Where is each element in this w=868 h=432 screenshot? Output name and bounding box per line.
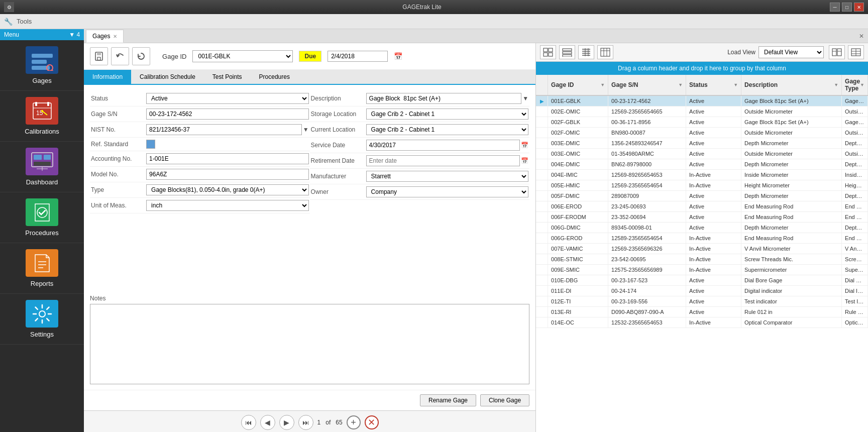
undo-button[interactable] [111,47,129,65]
action-buttons: Rename Gage Clone Gage [84,390,535,410]
col-header-gage-id[interactable]: Gage ID ▼ [548,75,608,95]
service-date-input[interactable] [366,140,520,151]
table-row[interactable]: 006G-EROD 12589-23565654654 In-Active En… [536,233,868,244]
minimize-button[interactable]: ─ [830,3,840,12]
cell-gage-sn: 12589-23565654654 [608,233,686,243]
description-input[interactable] [366,93,522,104]
sort-description[interactable]: ▼ [834,82,838,87]
sidebar-item-gages[interactable]: Gages [0,40,84,91]
sidebar-item-procedures[interactable]: Procedures [0,192,84,243]
table-row[interactable]: 014E-OC 12532-23565654653 In-Active Opti… [536,317,868,328]
nist-input[interactable] [146,124,302,135]
sidebar-item-dashboard[interactable]: Dashboard [0,142,84,192]
nist-dropdown-icon[interactable]: ▼ [303,126,309,133]
status-select[interactable]: Active [146,93,309,104]
tab-test-points[interactable]: Test Points [204,70,251,84]
table-row[interactable]: 003E-DMIC 1356-245893246547 Active Depth… [536,138,868,149]
table-row[interactable]: 007E-VAMIC 12569-23565696326 In-Active V… [536,244,868,254]
grid-view-btn-2[interactable] [559,45,575,59]
delete-record-button[interactable]: ✕ [365,415,379,429]
sidebar-item-reports[interactable]: Reports [0,243,84,294]
owner-select[interactable]: Company [366,186,529,197]
accounting-input[interactable] [146,153,309,164]
calendar-icon[interactable]: 📅 [394,52,402,60]
sort-gage-sn[interactable]: ▼ [678,82,683,87]
notes-textarea[interactable] [90,304,529,384]
table-row[interactable]: 011E-DI 00-24-174 Active Digital indicat… [536,286,868,296]
data-grid[interactable]: Gage ID ▼ Gage S/N ▼ Status ▼ Descript [536,75,868,432]
table-row[interactable]: 009E-SMIC 12575-23565656989 In-Active Su… [536,265,868,275]
table-row[interactable]: 004E-DMIC BN62-89798000 Active Depth Mic… [536,159,868,170]
content-close-icon[interactable]: ✕ [855,31,868,42]
table-row[interactable]: 004E-IMIC 12569-89265654653 In-Active In… [536,170,868,180]
row-indicator [536,106,548,117]
grid-view-btn-5[interactable] [829,45,845,59]
desc-expand-icon[interactable]: ▼ [522,95,528,102]
unit-select[interactable]: inch [146,200,309,211]
save-button[interactable] [90,47,108,65]
sidebar-item-calibrations[interactable]: 15 Calibrations [0,91,84,142]
retirement-cal-icon[interactable]: 📅 [521,157,528,164]
rename-gage-button[interactable]: Rename Gage [420,394,476,406]
service-cal-icon[interactable]: 📅 [521,142,528,149]
type-select[interactable]: Gage Blocks(81), 0.050-4.0in, grade 0(A+… [146,184,309,195]
table-row[interactable]: 010E-DBG 00-23-167-523 Active Dial Bore … [536,275,868,286]
table-row[interactable]: 005F-DMIC 289087009 Active Depth Microme… [536,191,868,201]
tab-gages[interactable]: Gages ✕ [86,30,124,43]
table-row[interactable]: 006E-EROD 23-245-00693 Active End Measur… [536,201,868,212]
table-row[interactable]: 002E-OMIC 12569-23565654665 Active Outsi… [536,106,868,117]
table-row[interactable]: 013E-RI D090-ABQ897-090-A Active Rule 01… [536,307,868,317]
table-row[interactable]: 005E-HMIC 12569-23565654654 In-Active He… [536,180,868,191]
table-row[interactable]: 006F-ERODM 23-352-00694 Active End Measu… [536,212,868,223]
model-input[interactable] [146,169,309,180]
maximize-button[interactable]: □ [842,3,852,12]
table-row[interactable]: 002F-GBLK 00-36-171-8956 Active Gage Blo… [536,117,868,128]
current-location-select[interactable]: Gage Crib 2 - Cabinet 1 [366,124,529,135]
tab-calibration-schedule[interactable]: Calibration Schedule [131,70,204,84]
load-view-select[interactable]: Default View [758,46,824,58]
cell-gage-id: 002F-OMIC [548,128,608,138]
due-date-input[interactable] [328,51,388,62]
table-row[interactable]: 006G-DMIC 89345-00098-01 Active Depth Mi… [536,223,868,233]
tab-information[interactable]: Information [84,70,131,84]
sort-gage-type[interactable]: ▼ [860,82,864,87]
refresh-button[interactable] [132,47,150,65]
close-button[interactable]: ✕ [854,3,864,12]
ref-standard-checkbox[interactable] [146,140,155,149]
grid-view-btn-4[interactable] [597,45,613,59]
table-row[interactable]: 008E-STMIC 23-542-00695 In-Active Screw … [536,254,868,265]
grid-view-btn-1[interactable] [540,45,556,59]
cell-gage-id: 005E-HMIC [548,180,608,190]
last-record-button[interactable]: ⏭ [298,415,313,430]
table-row[interactable]: 003E-OMIC 01-354980ARMC Active Outside M… [536,149,868,159]
sort-status[interactable]: ▼ [733,82,738,87]
add-record-button[interactable]: + [347,415,361,429]
sort-gage-id[interactable]: ▼ [600,82,605,87]
prev-record-button[interactable]: ◀ [260,415,275,430]
storage-select[interactable]: Gage Crib 2 - Cabinet 1 [366,109,529,120]
svg-rect-28 [544,53,548,56]
tab-close-icon[interactable]: ✕ [113,34,117,39]
table-row[interactable]: 002F-OMIC BN980-00087 Active Outside Mic… [536,128,868,138]
tab-procedures-form[interactable]: Procedures [251,70,298,84]
table-row[interactable]: ▶ 001E-GBLK 00-23-172-4562 Active Gage B… [536,96,868,106]
manufacturer-select[interactable]: Starrett [366,171,529,182]
form-row-ref-standard: Ref. Standard [90,138,310,151]
gage-id-select[interactable]: 001E-GBLK [192,50,293,62]
col-header-gage-sn[interactable]: Gage S/N ▼ [608,75,686,95]
sidebar-pin[interactable]: ▼ 4 [69,31,80,38]
cell-description: Screw Threads Mic. [741,254,842,264]
sidebar-item-settings[interactable]: Settings [0,294,84,345]
clone-gage-button[interactable]: Clone Gage [480,394,529,406]
cell-gage-sn: 00-24-174 [608,286,686,296]
col-header-status[interactable]: Status ▼ [686,75,741,95]
col-header-gage-type[interactable]: Gage Type ▼ [842,75,868,95]
play-button[interactable]: ▶ [279,415,294,430]
grid-view-btn-3[interactable] [578,45,594,59]
table-row[interactable]: 012E-TI 00-23-169-556 Active Test indica… [536,296,868,307]
gage-sn-input[interactable] [146,109,309,120]
col-header-description[interactable]: Description ▼ [741,75,842,95]
retirement-input[interactable] [366,155,520,166]
grid-view-btn-6[interactable] [848,45,864,59]
first-record-button[interactable]: ⏮ [241,415,256,430]
